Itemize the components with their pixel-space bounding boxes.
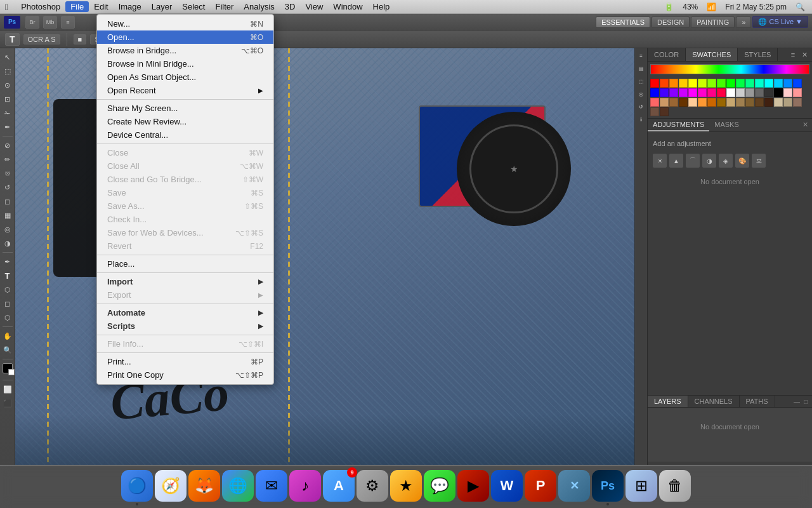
- panel-toggle-layers[interactable]: ⬚: [636, 76, 646, 86]
- menu-filter[interactable]: Filter: [210, 1, 239, 12]
- menu-3d[interactable]: 3D: [280, 1, 301, 12]
- menu-photoshop[interactable]: Photoshop: [16, 1, 65, 12]
- color-swatch-item[interactable]: [717, 79, 726, 88]
- color-swatch-item[interactable]: [783, 88, 792, 97]
- adj-levels[interactable]: ▲: [669, 154, 683, 168]
- color-swatch-item[interactable]: [764, 98, 773, 107]
- menu-file[interactable]: File: [65, 1, 89, 12]
- menu-window[interactable]: Window: [328, 1, 367, 12]
- text-tool-btn[interactable]: T: [5, 33, 20, 46]
- cs-live-btn[interactable]: 🌐 CS Live ▼: [752, 16, 808, 28]
- workspace-essentials[interactable]: ESSENTIALS: [596, 17, 650, 28]
- panel-toggle-brush[interactable]: ◎: [636, 89, 646, 99]
- menu-analysis[interactable]: Analysis: [239, 1, 279, 12]
- quick-mask-btn[interactable]: ⬜: [1, 383, 14, 396]
- menu-item-automate[interactable]: Automate▶: [97, 306, 273, 319]
- color-swatch-item[interactable]: [745, 79, 754, 88]
- color-swatch-item[interactable]: [669, 98, 678, 107]
- menu-item-place[interactable]: Place...: [97, 257, 273, 271]
- tab-styles[interactable]: STYLES: [738, 48, 778, 61]
- adj-panel-close[interactable]: ✕: [799, 119, 812, 131]
- menu-view[interactable]: View: [300, 1, 328, 12]
- marquee-tool[interactable]: ⬚: [1, 65, 14, 77]
- color-swatch-item[interactable]: [660, 98, 669, 107]
- color-spectrum[interactable]: [650, 64, 809, 74]
- color-swatch-item[interactable]: [774, 98, 783, 107]
- pen-tool[interactable]: ✒: [1, 255, 14, 268]
- dock-item-word[interactable]: W: [491, 470, 523, 505]
- dock-item-mail[interactable]: ✉: [256, 470, 287, 505]
- color-swatch-item[interactable]: [736, 79, 745, 88]
- apple-menu[interactable]: : [5, 2, 8, 12]
- dock-item-xcode[interactable]: ✕: [558, 470, 590, 505]
- menu-item-new[interactable]: New...⌘N: [97, 17, 273, 30]
- brush-tool[interactable]: ✏: [1, 153, 14, 166]
- menu-image[interactable]: Image: [114, 1, 147, 12]
- color-swatch-item[interactable]: [650, 79, 659, 88]
- extra-btn[interactable]: ≡: [61, 16, 75, 29]
- color-swatch-item[interactable]: [660, 107, 669, 116]
- color-swatch-item[interactable]: [764, 79, 773, 88]
- adj-exposure[interactable]: ◑: [702, 154, 716, 168]
- color-swatch-item[interactable]: [688, 88, 697, 97]
- quick-select-tool[interactable]: ⊡: [1, 93, 14, 105]
- minibr-btn[interactable]: Mb: [43, 16, 57, 29]
- panel-toggle-info[interactable]: ℹ: [636, 114, 646, 124]
- menu-item-print[interactable]: Print...⌘P: [97, 355, 273, 368]
- menu-item-new-review[interactable]: Create New Review...: [97, 115, 273, 128]
- color-swatch-item[interactable]: [698, 79, 707, 88]
- menu-item-open-recent[interactable]: Open Recent▶: [97, 84, 273, 97]
- font-size-btn[interactable]: ■: [74, 34, 87, 44]
- panel-toggle-adj[interactable]: ▤: [636, 64, 646, 74]
- dock-item-iphoto[interactable]: ★: [390, 470, 422, 505]
- color-swatch-item[interactable]: [660, 79, 669, 88]
- adj-hue-sat[interactable]: 🎨: [735, 154, 749, 168]
- color-swatch-item[interactable]: [660, 88, 669, 97]
- screen-mode-btn[interactable]: ⬛: [1, 397, 14, 410]
- menu-item-scripts[interactable]: Scripts▶: [97, 319, 273, 333]
- color-swatch-item[interactable]: [707, 79, 716, 88]
- color-swatch-item[interactable]: [793, 98, 802, 107]
- menu-item-device-central[interactable]: Device Central...: [97, 128, 273, 142]
- color-swatch-item[interactable]: [726, 98, 735, 107]
- menu-item-share[interactable]: Share My Screen...: [97, 102, 273, 115]
- color-swatch-item[interactable]: [755, 79, 764, 88]
- crop-tool[interactable]: ✁: [1, 107, 14, 119]
- dock-item-trash[interactable]: 🗑: [659, 470, 691, 505]
- tab-channels[interactable]: CHANNELS: [688, 396, 740, 407]
- move-tool[interactable]: ↖: [1, 51, 14, 64]
- color-swatch-item[interactable]: [679, 88, 688, 97]
- dock-item-firefox[interactable]: 🦊: [188, 470, 220, 505]
- color-swatch-item[interactable]: [736, 88, 745, 97]
- workspace-design[interactable]: DESIGN: [652, 17, 690, 28]
- color-swatch-item[interactable]: [679, 98, 688, 107]
- color-swatch-item[interactable]: [688, 98, 697, 107]
- tab-layers[interactable]: LAYERS: [648, 396, 688, 407]
- bridge-btn[interactable]: Br: [25, 16, 39, 29]
- panel-options-btn[interactable]: ≡: [788, 50, 798, 60]
- color-swatch-item[interactable]: [679, 79, 688, 88]
- color-swatch-item[interactable]: [793, 79, 802, 88]
- color-swatch-item[interactable]: [688, 79, 697, 88]
- dock-item-system-prefs[interactable]: ⚙: [357, 470, 388, 505]
- dock-item-safari[interactable]: 🧭: [155, 470, 187, 505]
- tab-masks[interactable]: MASKS: [709, 119, 744, 131]
- color-swatch-item[interactable]: [726, 88, 735, 97]
- layers-minimize[interactable]: —: [792, 398, 802, 405]
- adj-brightness[interactable]: ☀: [653, 154, 667, 168]
- hand-tool[interactable]: ✋: [1, 330, 14, 342]
- workspace-more[interactable]: »: [736, 17, 751, 28]
- color-swatch-item[interactable]: [783, 98, 792, 107]
- dock-item-powerpoint[interactable]: P: [525, 470, 556, 505]
- dock-item-appstore[interactable]: A9: [323, 470, 355, 505]
- menu-help[interactable]: Help: [368, 1, 395, 12]
- color-swatch-item[interactable]: [726, 79, 735, 88]
- spot-heal-tool[interactable]: ⊘: [1, 139, 14, 152]
- color-swatch-item[interactable]: [793, 88, 802, 97]
- layers-maximize[interactable]: □: [802, 398, 809, 405]
- foreground-color[interactable]: [3, 363, 13, 373]
- color-swatch-item[interactable]: [650, 88, 659, 97]
- menu-edit[interactable]: Edit: [89, 1, 113, 12]
- adj-curves[interactable]: ⌒: [686, 154, 700, 168]
- menu-select[interactable]: Select: [177, 1, 210, 12]
